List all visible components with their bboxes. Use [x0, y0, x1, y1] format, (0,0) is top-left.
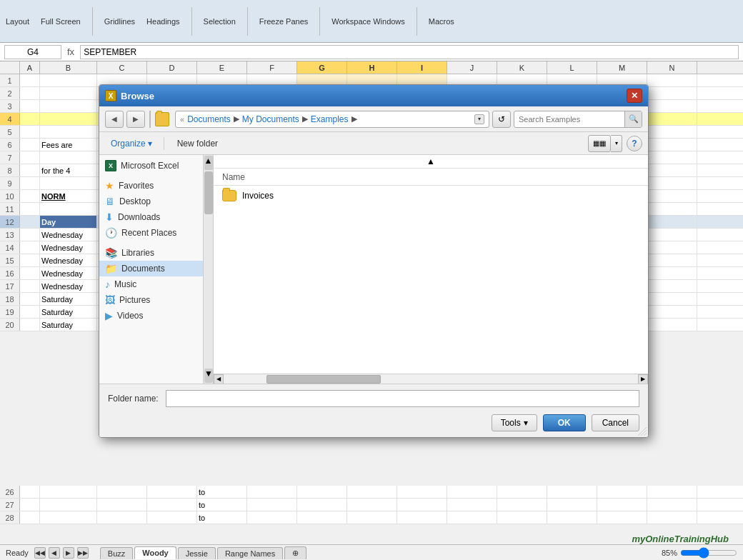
breadcrumb-bar: « Documents ▶ My Documents ▶ Examples ▶ … — [175, 111, 489, 128]
breadcrumb-sep-1: ▶ — [234, 114, 239, 124]
sidebar-label-desktop: Desktop — [119, 196, 151, 206]
sidebar-label-videos: Videos — [117, 311, 143, 321]
new-folder-button[interactable]: New folder — [170, 136, 225, 151]
sidebar-label-documents: Documents — [121, 264, 165, 274]
sidebar-item-music[interactable]: ♪ Music — [99, 276, 213, 292]
back-button[interactable]: ◀ — [105, 111, 124, 128]
sidebar-label-music: Music — [114, 279, 136, 289]
excel-x-label: X — [109, 92, 114, 100]
hscroll-right-btn[interactable]: ▶ — [638, 374, 648, 384]
folder-name-label: Folder name: — [108, 394, 159, 404]
breadcrumb-sep-2: ▶ — [302, 114, 308, 124]
sidebar-item-recent-places[interactable]: 🕐 Recent Places — [99, 225, 213, 241]
breadcrumb-my-documents[interactable]: My Documents — [242, 114, 299, 124]
sidebar-label-pictures: Pictures — [119, 295, 150, 305]
tools-label: Tools — [501, 418, 521, 428]
view-button[interactable]: ▦▦ — [588, 135, 611, 152]
organize-arrow: ▾ — [148, 139, 152, 149]
view-dropdown[interactable]: ▾ — [611, 135, 622, 152]
sidebar-label-microsoft-excel: Microsoft Excel — [121, 161, 179, 171]
tools-button[interactable]: Tools ▾ — [492, 414, 537, 431]
sidebar-item-downloads[interactable]: ⬇ Downloads — [99, 209, 213, 225]
sidebar-scroll-up[interactable]: ▲ — [204, 156, 213, 170]
sidebar-item-pictures[interactable]: 🖼 Pictures — [99, 292, 213, 308]
forward-button[interactable]: ▶ — [126, 111, 145, 128]
hscroll-track — [224, 374, 638, 384]
dialog-files: ▲ Name Invoices ◀ — [214, 155, 648, 384]
dialog-toolbar: Organize ▾ New folder ▦▦ ▾ ? — [99, 132, 648, 155]
help-button[interactable]: ? — [627, 136, 642, 151]
videos-icon: ▶ — [105, 310, 113, 321]
desktop-icon: 🖥 — [105, 196, 115, 207]
breadcrumb-sep-3: ▶ — [351, 114, 357, 124]
sidebar-item-documents[interactable]: 📁 Documents — [99, 261, 213, 276]
search-bar: 🔍 — [514, 111, 642, 128]
downloads-icon: ⬇ — [105, 211, 114, 223]
footer-buttons: Tools ▾ OK Cancel — [108, 414, 639, 431]
breadcrumb-examples[interactable]: Examples — [311, 114, 349, 124]
sidebar-item-libraries[interactable]: 📚 Libraries — [99, 245, 213, 261]
file-item-invoices[interactable]: Invoices — [214, 186, 648, 206]
organize-button[interactable]: Organize ▾ — [105, 136, 158, 151]
hscroll-left-btn[interactable]: ◀ — [214, 374, 224, 384]
sidebar-scrollbar[interactable]: ▲ ▼ — [203, 155, 213, 384]
resize-grip[interactable] — [638, 427, 647, 436]
breadcrumb-documents[interactable]: Documents — [187, 114, 231, 124]
name-column-header[interactable]: Name — [222, 172, 245, 182]
search-button[interactable]: 🔍 — [624, 111, 642, 127]
sidebar-scroll-thumb[interactable] — [204, 171, 213, 214]
svg-line-1 — [641, 430, 647, 436]
dialog-title-icon: X — [105, 90, 116, 101]
sidebar-item-microsoft-excel[interactable]: X Microsoft Excel — [99, 158, 213, 174]
dialog-footer: Folder name: Tools ▾ OK Cancel — [99, 384, 648, 437]
horizontal-scrollbar[interactable]: ◀ ▶ — [214, 374, 648, 384]
svg-line-2 — [644, 433, 647, 436]
dialog-title: Browse — [121, 91, 154, 101]
sidebar-label-favorites: Favorites — [119, 181, 154, 191]
music-icon: ♪ — [105, 279, 110, 290]
refresh-button[interactable]: ↺ — [492, 111, 511, 128]
sidebar-label-libraries: Libraries — [121, 248, 154, 258]
dialog-close-button[interactable]: ✕ — [627, 89, 642, 103]
sidebar-item-videos[interactable]: ▶ Videos — [99, 308, 213, 324]
organize-label: Organize — [111, 139, 146, 149]
file-column-header[interactable]: Name — [214, 169, 648, 186]
dialog-body: X Microsoft Excel ★ Favorites 🖥 Desktop — [99, 155, 648, 384]
dialog-sidebar: X Microsoft Excel ★ Favorites 🖥 Desktop — [99, 155, 214, 384]
breadcrumb-dropdown[interactable]: ▾ — [474, 114, 484, 124]
sidebar-label-downloads: Downloads — [118, 212, 160, 222]
cancel-button[interactable]: Cancel — [592, 414, 639, 431]
documents-icon: 📁 — [105, 263, 117, 274]
sidebar-label-recent-places: Recent Places — [121, 228, 176, 238]
sort-arrow[interactable]: ▲ — [214, 155, 648, 169]
sidebar-scroll-down[interactable]: ▼ — [204, 369, 213, 383]
pictures-icon: 🖼 — [105, 294, 115, 306]
invoices-folder-icon — [222, 190, 236, 201]
toolbar-sep — [164, 137, 164, 150]
nav-separator — [149, 111, 151, 128]
breadcrumb-double-arrow: « — [180, 115, 184, 124]
ok-button[interactable]: OK — [543, 414, 586, 431]
file-item-invoices-label: Invoices — [242, 191, 274, 201]
microsoft-excel-icon: X — [105, 160, 116, 171]
search-input[interactable] — [514, 115, 624, 124]
sidebar-item-favorites[interactable]: ★ Favorites — [99, 178, 213, 194]
hscroll-thumb[interactable] — [266, 375, 381, 384]
folder-name-row: Folder name: — [108, 390, 639, 407]
tools-arrow: ▾ — [524, 418, 528, 428]
favorites-icon: ★ — [105, 180, 114, 191]
dialog-overlay: X Browse ✕ ◀ ▶ « Documents ▶ My Document… — [0, 0, 743, 560]
excel-background: Layout Full Screen Gridlines Headings Se… — [0, 0, 743, 560]
sidebar-item-desktop[interactable]: 🖥 Desktop — [99, 194, 213, 209]
folder-name-input[interactable] — [166, 390, 639, 407]
folder-nav-icon — [155, 112, 169, 126]
dialog-navbar: ◀ ▶ « Documents ▶ My Documents ▶ Example… — [99, 106, 648, 132]
browse-dialog: X Browse ✕ ◀ ▶ « Documents ▶ My Document… — [99, 84, 649, 438]
view-controls: ▦▦ ▾ ? — [588, 135, 642, 152]
recent-places-icon: 🕐 — [105, 227, 117, 239]
libraries-icon: 📚 — [105, 247, 117, 259]
dialog-titlebar[interactable]: X Browse ✕ — [99, 85, 648, 106]
